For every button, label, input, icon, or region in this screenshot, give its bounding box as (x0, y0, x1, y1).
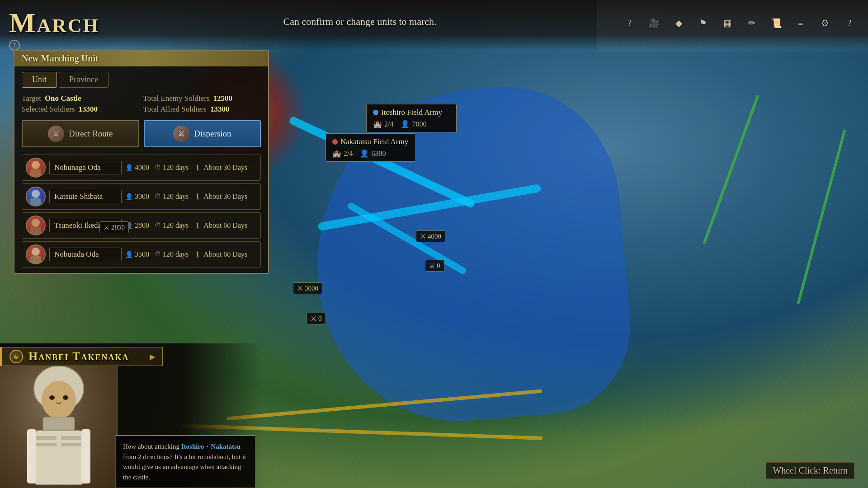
list-icon[interactable]: ≡ (791, 14, 810, 33)
days1-stat: ⏱ 120 days (155, 164, 189, 172)
dispersion-button[interactable]: ⚔ Dispersion (144, 120, 261, 147)
tab-province[interactable]: Province (59, 72, 108, 88)
svg-point-0 (32, 161, 40, 169)
slot-icon: 🏰 (332, 149, 341, 158)
travel-icon: 🚶 (194, 251, 202, 258)
top-bar: March ? Can confirm or change units to m… (0, 0, 868, 50)
svg-rect-5 (30, 227, 41, 235)
help-button[interactable]: ? (9, 40, 20, 51)
unit-name-nobunaga: Nobunaga Oda (49, 161, 122, 174)
highlight-nakatatsu: Nakatatsu (211, 443, 241, 450)
slot-stat: 🏰 2/4 (332, 149, 353, 158)
days1-value: 120 days (163, 221, 189, 230)
gear-icon[interactable]: ⚙ (816, 14, 835, 33)
dispersion-avatar: ⚔ (173, 126, 189, 142)
char-name: Hanbei Takenaka (28, 350, 129, 363)
direct-route-button[interactable]: ⚔ Direct Route (22, 120, 139, 147)
scroll-icon[interactable]: 📜 (767, 14, 786, 33)
title-section: March ? (9, 7, 99, 51)
unit-avatar-nobunaga (26, 158, 46, 178)
allied-count: 13300 (210, 105, 230, 114)
slot-icon: 🏰 (373, 120, 382, 128)
wheel-hint: Wheel Click: Return (766, 462, 854, 479)
soldiers-stat: 👤 6300 (360, 149, 386, 158)
soldiers-stat: 👤 7000 (401, 120, 426, 128)
question-icon[interactable]: ? (840, 14, 859, 33)
svg-point-2 (32, 190, 40, 198)
top-icons-bar: ? 🎥 ◆ ⚑ ▦ ✏ 📜 ≡ ⚙ ? (620, 7, 859, 33)
route-buttons: ⚔ Direct Route ⚔ Dispersion (22, 120, 261, 147)
allied-row: Total Allied Soldiers 13300 (143, 105, 261, 114)
tabs: Unit Province (22, 72, 261, 88)
travel-icon: 🚶 (194, 222, 202, 230)
svg-point-6 (32, 248, 40, 256)
badge-icon: ⚔ (311, 314, 316, 323)
map-badge-0a: ⚔ 0 (425, 260, 444, 272)
grid-icon[interactable]: ▦ (718, 14, 737, 33)
unit-row[interactable]: Tsuneoki Ikeda 👤 2800 ⏱ 120 days 🚶 About… (22, 212, 261, 239)
unit-name-nobutada: Nobutada Oda (49, 248, 122, 261)
char-dialog: How about attacking Itoshiro・Nakatatsu f… (115, 435, 255, 488)
unit-stats-nobunaga: 👤 4000 ⏱ 120 days 🚶 About 30 Days (125, 164, 247, 172)
svg-rect-7 (30, 256, 41, 263)
badge-icon: ⚔ (429, 262, 435, 270)
map-badge-3000: ⚔ 3000 (293, 282, 322, 294)
soldiers-icon: 👤 (401, 120, 410, 128)
enemy-row: Total Enemy Soldiers 12500 (143, 94, 261, 103)
panel-content: Unit Province Target Ōno Castle Total En… (14, 66, 268, 273)
camera-icon[interactable]: 🎥 (645, 14, 664, 33)
days1-value: 120 days (163, 250, 189, 258)
unit-list: Nobunaga Oda 👤 4000 ⏱ 120 days 🚶 About 3… (22, 155, 261, 267)
soldiers-stat: 👤 4000 (125, 164, 149, 172)
char-name-plate: ☯ Hanbei Takenaka ▶ (0, 347, 163, 366)
time-icon: ⏱ (155, 251, 161, 258)
army-name-nakatatsu: Nakatatsu Field Army (332, 137, 409, 146)
travel-icon: 🚶 (194, 164, 202, 172)
travel-icon: 🚶 (194, 193, 202, 201)
unit-row[interactable]: Katsuie Shibata 👤 3000 ⏱ 120 days 🚶 Abou… (22, 183, 261, 210)
flag-icon[interactable]: ⚑ (693, 14, 712, 33)
unit-stats-katsuie: 👤 3000 ⏱ 120 days 🚶 About 30 Days (125, 192, 247, 201)
map-badge-0b: ⚔ 0 (307, 313, 326, 324)
diamond-icon[interactable]: ◆ (669, 14, 688, 33)
target-label: Target (22, 94, 41, 103)
help-icon[interactable]: ? (620, 14, 639, 33)
target-row: Target Ōno Castle (22, 94, 140, 103)
days2-value: About 30 Days (203, 164, 247, 172)
svg-rect-1 (30, 169, 41, 177)
soldiers-icon: 👤 (125, 193, 133, 201)
map-badge-2850: ⚔ 2850 (99, 221, 129, 233)
soldiers-value: 4000 (135, 164, 149, 172)
direct-route-label: Direct Route (69, 129, 113, 139)
days1-stat: ⏱ 120 days (155, 221, 189, 230)
selected-count: 13300 (79, 105, 98, 114)
svg-rect-3 (30, 198, 41, 206)
target-castle: Ōno Castle (45, 94, 81, 103)
pencil-icon[interactable]: ✏ (742, 14, 761, 33)
nakatatsu-field-army-tooltip: Nakatatsu Field Army 🏰 2/4 👤 6300 (326, 133, 416, 162)
days1-value: 120 days (163, 164, 189, 172)
badge-icon: ⚔ (104, 223, 109, 231)
unit-avatar-tsuneoki (26, 216, 46, 235)
march-panel: New Marching Unit Unit Province Target Ō… (14, 50, 269, 274)
portrait-frame (0, 348, 118, 488)
days2-value: About 30 Days (203, 192, 247, 201)
soldiers-stat: 👤 3500 (125, 250, 149, 258)
unit-row[interactable]: Nobutada Oda 👤 3500 ⏱ 120 days 🚶 About 6… (22, 241, 261, 267)
days1-stat: ⏱ 120 days (155, 250, 189, 258)
unit-stats-nobutada: 👤 3500 ⏱ 120 days 🚶 About 60 Days (125, 250, 247, 258)
badge-icon: ⚔ (420, 232, 426, 240)
unit-avatar-katsuie (26, 187, 46, 206)
soldiers-stat: 👤 3000 (125, 192, 149, 201)
soldiers-icon: 👤 (125, 164, 133, 172)
days1-stat: ⏱ 120 days (155, 192, 189, 201)
days2-stat: 🚶 About 60 Days (194, 250, 247, 258)
portrait-container (0, 348, 118, 488)
panel-header: New Marching Unit (14, 51, 268, 66)
army-dot-blue (373, 110, 378, 115)
soldiers-value: 2800 (135, 221, 149, 230)
slot-stat: 🏰 2/4 (373, 120, 393, 128)
unit-row[interactable]: Nobunaga Oda 👤 4000 ⏱ 120 days 🚶 About 3… (22, 155, 261, 181)
svg-point-4 (32, 219, 40, 227)
tab-unit[interactable]: Unit (22, 72, 57, 88)
